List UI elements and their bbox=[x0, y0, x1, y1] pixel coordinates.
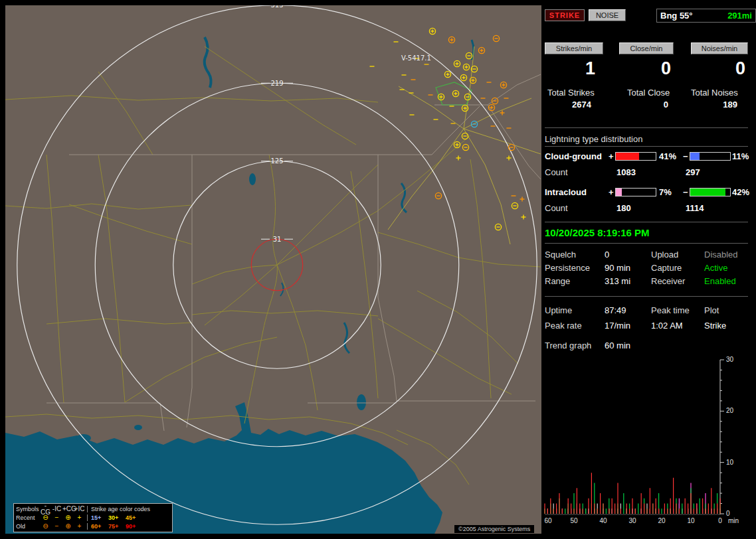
total-strikes-value: 2674 bbox=[543, 100, 591, 110]
strike-symbol-cgp bbox=[460, 74, 466, 80]
trend-x-tick: 0 bbox=[718, 517, 722, 524]
upload-status: Disabled bbox=[704, 250, 738, 260]
ring-label-125: 125 bbox=[270, 157, 283, 165]
peak-rate-value: 17/min bbox=[605, 321, 630, 331]
legend-col-cg-pos: +CG bbox=[62, 506, 74, 512]
strike-symbol-cgp bbox=[429, 28, 435, 34]
plot-mode-value: Strike bbox=[704, 321, 726, 331]
map-canvas: 31321912531 V-5417.1 bbox=[5, 5, 541, 534]
state-border-layer bbox=[47, 74, 541, 431]
strike-symbol-cgn bbox=[435, 193, 441, 198]
ring-label-31: 31 bbox=[273, 236, 282, 243]
minus-sign: − bbox=[683, 187, 688, 197]
plus-sign: + bbox=[609, 187, 614, 197]
close-per-min-button[interactable]: Close/min bbox=[619, 42, 674, 54]
cloud-ground-label: Cloud-ground bbox=[545, 151, 602, 161]
legend-recent-label: Recent bbox=[16, 514, 40, 521]
map-labels-layer: V-5417.1 bbox=[401, 54, 431, 62]
strike-symbol-icp bbox=[507, 156, 512, 161]
dist-row-0: Cloud-ground + 41% − 11% bbox=[545, 151, 749, 161]
highway-layer bbox=[388, 46, 541, 244]
squelch-value: 0 bbox=[605, 250, 609, 260]
stats-row-2: Peak rate 17/min 1:02 AM Strike bbox=[545, 321, 749, 333]
trend-y-tick: 0 bbox=[726, 510, 730, 517]
ring-label-313: 313 bbox=[270, 5, 283, 9]
strike-symbol-cgn bbox=[493, 35, 499, 41]
road-layer bbox=[5, 46, 541, 485]
status-row-squelch: Squelch 0 Upload Disabled bbox=[545, 250, 749, 262]
plot-label: Plot bbox=[704, 305, 719, 315]
intracloud-label: Intracloud bbox=[545, 187, 587, 197]
upload-label: Upload bbox=[651, 250, 678, 260]
age-code-15: 15+ bbox=[91, 514, 108, 521]
noises-per-min-button[interactable]: Noises/min bbox=[691, 42, 748, 54]
trend-x-tick: 40 bbox=[599, 517, 607, 524]
ic-neg-pct: 42% bbox=[732, 187, 749, 197]
squelch-label: Squelch bbox=[545, 250, 576, 260]
cg-neg-count: 297 bbox=[686, 167, 700, 177]
status-panel: STRIKE NOISE Bng 55° 291mi Strikes/min C… bbox=[543, 5, 751, 534]
noise-button[interactable]: NOISE bbox=[589, 9, 626, 21]
strike-symbol-cgp bbox=[454, 60, 460, 66]
legend-old-label: Old bbox=[16, 523, 40, 530]
strike-symbol-cgp bbox=[452, 90, 458, 96]
total-close-label: Total Close bbox=[627, 88, 670, 98]
legend-old-row: Old ⊖ − ⊕ + 60+ 75+ 90+ bbox=[16, 522, 170, 531]
strike-legend: Symbols -CG -IC +CG +IC Strike age color… bbox=[13, 503, 173, 532]
age-code-90: 90+ bbox=[126, 523, 143, 530]
cg-pos-count: 1083 bbox=[616, 167, 636, 177]
station-label: V-5417.1 bbox=[401, 54, 431, 62]
trend-y-tick: 10 bbox=[726, 459, 734, 466]
total-close-value: 0 bbox=[623, 100, 668, 110]
persistence-label: Persistence bbox=[545, 263, 590, 273]
close-per-min-value: 0 bbox=[614, 58, 671, 78]
ring-label-219: 219 bbox=[270, 80, 283, 87]
receiver-label: Receiver bbox=[651, 276, 685, 286]
copyright-text: ©2005 Astrogenic Systems bbox=[454, 525, 534, 533]
peak-time-label: Peak time bbox=[651, 305, 690, 315]
cg-neg-symbol-icon: ⊖ bbox=[40, 523, 51, 530]
age-code-75: 75+ bbox=[108, 523, 126, 530]
strike-symbol-cgn bbox=[464, 94, 470, 100]
status-row-range: Range 313 mi Receiver Enabled bbox=[545, 276, 749, 288]
strike-symbol-cgp bbox=[463, 64, 469, 70]
strike-symbol-cgn bbox=[466, 52, 472, 58]
strike-button[interactable]: STRIKE bbox=[545, 9, 585, 21]
cg-neg-pct: 11% bbox=[732, 151, 749, 161]
distance-value: 291mi bbox=[727, 11, 752, 21]
radar-map[interactable]: 31321912531 V-5417.1 Symbols -CG -IC +CG… bbox=[5, 5, 541, 534]
count-label: Count bbox=[545, 167, 568, 177]
trend-window-value: 60 min bbox=[605, 341, 630, 350]
total-strikes-label: Total Strikes bbox=[547, 88, 595, 98]
cg-count-row: Count 1083 297 bbox=[545, 167, 749, 177]
capture-status: Active bbox=[704, 263, 727, 273]
bearing-readout: Bng 55° 291mi bbox=[656, 9, 756, 23]
cg-neg-symbol-icon: ⊖ bbox=[40, 514, 51, 521]
ic-neg-bar bbox=[690, 188, 731, 196]
strike-symbol-cgp bbox=[500, 82, 506, 88]
strikes-per-min-value: 1 bbox=[543, 58, 595, 78]
ic-neg-symbol-icon: − bbox=[51, 514, 62, 521]
dist-row-1: Intracloud + 7% − 42% bbox=[545, 187, 749, 196]
age-code-45: 45+ bbox=[126, 514, 143, 521]
strike-symbol-cgp bbox=[462, 105, 468, 111]
capture-label: Capture bbox=[651, 263, 682, 273]
ic-pos-symbol-icon: + bbox=[74, 514, 85, 521]
range-label: Range bbox=[545, 276, 570, 286]
peak-rate-label: Peak rate bbox=[545, 321, 582, 331]
strike-symbol-cgp bbox=[478, 47, 484, 53]
trend-x-tick: 20 bbox=[658, 517, 666, 524]
trend-x-unit: min bbox=[728, 517, 739, 524]
strike-symbol-icp bbox=[500, 111, 505, 116]
trend-graph: 30201006050403020100min bbox=[543, 356, 751, 534]
strikes-per-min-button[interactable]: Strikes/min bbox=[545, 42, 603, 54]
persistence-value: 90 min bbox=[605, 263, 630, 273]
datetime-display: 10/20/2025 8:19:16 PM bbox=[545, 227, 650, 238]
range-value: 313 mi bbox=[605, 276, 630, 286]
trend-x-tick: 30 bbox=[628, 517, 636, 524]
strike-symbol-cgn bbox=[471, 121, 477, 127]
count-label: Count bbox=[545, 203, 568, 213]
distribution-title: Lightning type distribution bbox=[545, 134, 642, 144]
strike-symbol-icp bbox=[520, 197, 525, 202]
strike-symbol-cgn bbox=[508, 144, 514, 150]
